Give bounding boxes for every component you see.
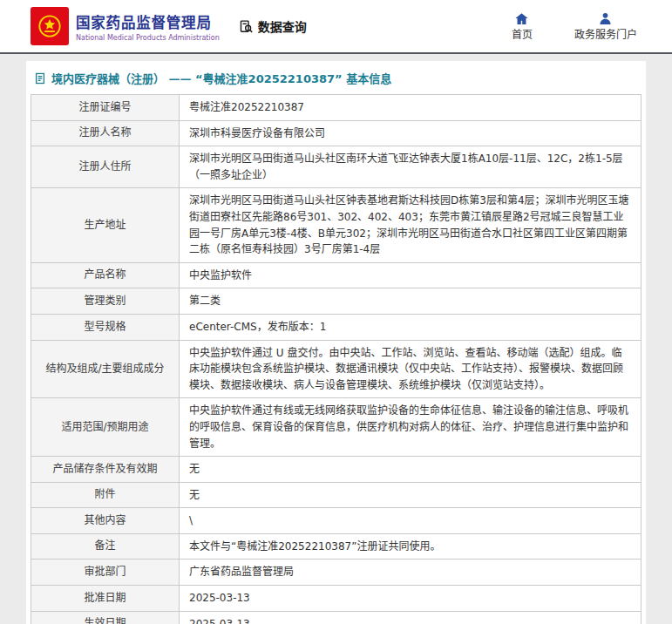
row-label: 生效日期: [31, 611, 180, 624]
table-row: 审批部门广东省药品监督管理局: [31, 560, 641, 586]
row-value: 无: [180, 482, 641, 508]
nav-portal[interactable]: 政务服务门户: [574, 11, 637, 41]
nav-home[interactable]: 首页: [512, 11, 533, 41]
row-value: 中央监护软件通过 U 盘交付。由中央站、工作站、浏览站、查看站、移动端（选配）组…: [180, 340, 641, 398]
row-value: 本文件与“粤械注准20252210387”注册证共同使用。: [180, 533, 641, 560]
document-search-icon: [239, 19, 254, 34]
breadcrumb: 境内医疗器械（注册） —— “粤械注准20252210387” 基本信息: [31, 61, 641, 94]
page-title: 境内医疗器械（注册） —— “粤械注准20252210387” 基本信息: [51, 70, 391, 86]
table-row: 适用范围/预期用途中央监护软件通过有线或无线网络获取监护设备的生命体征信息、输注…: [31, 398, 641, 457]
row-value: 中央监护软件: [180, 262, 641, 288]
row-label: 注册人住所: [31, 146, 180, 188]
table-row: 批准日期2025-03-13: [31, 586, 641, 612]
table-row: 型号规格eCenter-CMS，发布版本：1: [31, 314, 641, 340]
table-row: 生产地址深圳市光明区马田街道马山头社区钟表基地君斯达科技园D栋第3层和第4层；深…: [31, 188, 641, 262]
info-table-body: 注册证编号粤械注准20252210387注册人名称深圳市科曼医疗设备有限公司注册…: [31, 95, 641, 624]
agency-brand-text: 国家药品监督管理局 National Medical Products Admi…: [76, 11, 220, 42]
national-emblem-icon: [31, 7, 69, 45]
row-label: 型号规格: [31, 314, 180, 340]
row-value: 2025-03-13: [180, 586, 641, 612]
table-row: 附件无: [31, 482, 641, 508]
top-nav: 首页 政务服务门户: [512, 11, 642, 41]
row-label: 产品储存条件及有效期: [31, 457, 180, 483]
table-row: 生效日期2025-03-13: [31, 611, 641, 624]
agency-brand[interactable]: 国家药品监督管理局 National Medical Products Admi…: [31, 7, 220, 45]
document-icon: [34, 72, 46, 85]
agency-name-en: National Medical Products Administration: [76, 34, 220, 42]
row-label: 适用范围/预期用途: [31, 398, 180, 457]
row-label: 备注: [31, 533, 180, 560]
table-row: 备注本文件与“粤械注准20252210387”注册证共同使用。: [31, 533, 641, 560]
house-icon: [514, 11, 529, 26]
info-table: 注册证编号粤械注准20252210387注册人名称深圳市科曼医疗设备有限公司注册…: [31, 94, 641, 624]
row-label: 注册证编号: [31, 95, 180, 121]
table-row: 注册人名称深圳市科曼医疗设备有限公司: [31, 120, 641, 146]
row-label: 注册人名称: [31, 120, 180, 146]
row-value: 中央监护软件通过有线或无线网络获取监护设备的生命体征信息、输注设备的输注信息、呼…: [180, 398, 641, 457]
row-value: 深圳市光明区马田街道马山头社区南环大道飞亚达钟表大厦1栋A10层-11层、12C…: [180, 146, 641, 188]
table-row: 管理类别第二类: [31, 288, 641, 315]
header: 国家药品监督管理局 National Medical Products Admi…: [0, 0, 672, 54]
page-body: 境内医疗器械（注册） —— “粤械注准20252210387” 基本信息 注册证…: [0, 54, 672, 624]
content-card: 境内医疗器械（注册） —— “粤械注准20252210387” 基本信息 注册证…: [26, 61, 646, 624]
table-row: 注册证编号粤械注准20252210387: [31, 95, 641, 121]
row-label: 产品名称: [31, 262, 180, 288]
row-label: 审批部门: [31, 560, 180, 586]
row-label: 管理类别: [31, 288, 180, 315]
nav-data-query[interactable]: 数据查询: [239, 17, 307, 35]
row-label: 其他内容: [31, 508, 180, 534]
row-value: 深圳市科曼医疗设备有限公司: [180, 120, 641, 146]
row-value: \: [180, 508, 641, 534]
row-value: 粤械注准20252210387: [180, 95, 641, 121]
row-label: 批准日期: [31, 586, 180, 612]
row-value: 广东省药品监督管理局: [180, 560, 641, 586]
table-row: 产品储存条件及有效期无: [31, 457, 641, 483]
row-value: eCenter-CMS，发布版本：1: [180, 314, 641, 340]
nav-portal-label: 政务服务门户: [574, 29, 637, 41]
nav-data-query-label: 数据查询: [258, 17, 307, 35]
row-value: 深圳市光明区马田街道马山头社区钟表基地君斯达科技园D栋第3层和第4层；深圳市光明…: [180, 188, 641, 262]
nav-home-label: 首页: [512, 29, 533, 41]
row-value: 2025-03-13: [180, 611, 641, 624]
agency-name: 国家药品监督管理局: [76, 11, 220, 32]
table-row: 注册人住所深圳市光明区马田街道马山头社区南环大道飞亚达钟表大厦1栋A10层-11…: [31, 146, 641, 188]
row-value: 第二类: [180, 288, 641, 315]
table-row: 结构及组成/主要组成成分中央监护软件通过 U 盘交付。由中央站、工作站、浏览站、…: [31, 340, 641, 398]
row-label: 附件: [31, 482, 180, 508]
row-label: 生产地址: [31, 188, 180, 262]
row-label: 结构及组成/主要组成成分: [31, 340, 180, 398]
row-value: 无: [180, 457, 641, 483]
table-row: 产品名称中央监护软件: [31, 262, 641, 288]
person-icon: [598, 11, 613, 26]
table-row: 其他内容\: [31, 508, 641, 534]
